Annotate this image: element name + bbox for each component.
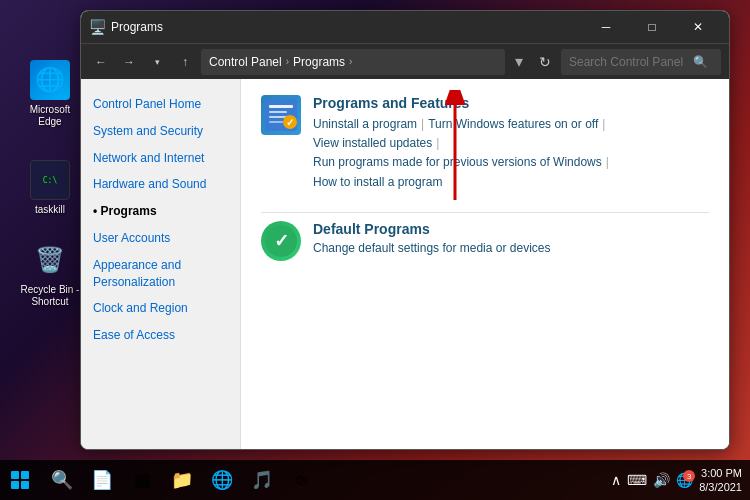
clock-time: 3:00 PM <box>699 466 742 480</box>
file-taskbar-button[interactable]: 📄 <box>84 462 120 498</box>
taskbar: 🔍 📄 ▦ 📁 🌐 🎵 🛍 ∧ ⌨ 🔊 🌐 3 3:00 PM 8/3/2021 <box>0 460 750 500</box>
search-icon: 🔍 <box>693 55 708 69</box>
default-icon-img: ✓ <box>261 221 301 261</box>
programs-features-icon: ✓ <box>261 95 301 135</box>
tray-expand-icon[interactable]: ∧ <box>609 470 623 490</box>
close-button[interactable]: ✕ <box>675 11 721 43</box>
folder-taskbar-button[interactable]: 📁 <box>164 462 200 498</box>
programs-features-body: Programs and Features Uninstall a progra… <box>313 95 709 192</box>
svg-rect-1 <box>269 105 293 108</box>
run-previous-link[interactable]: Run programs made for previous versions … <box>313 153 602 172</box>
search-taskbar-button[interactable]: 🔍 <box>44 462 80 498</box>
svg-text:✓: ✓ <box>274 231 289 251</box>
sidebar-item-programs[interactable]: Programs <box>81 198 240 225</box>
tray-badge: 3 <box>683 470 695 482</box>
start-button[interactable] <box>0 460 40 500</box>
programs-features-title[interactable]: Programs and Features <box>313 95 709 111</box>
programs-features-links: Uninstall a program | Turn Windows featu… <box>313 115 709 192</box>
forward-button[interactable]: → <box>117 50 141 74</box>
default-programs-icon: ✓ <box>261 221 301 261</box>
refresh-button[interactable]: ↻ <box>533 50 557 74</box>
tray-network-icon[interactable]: 🌐 3 <box>674 470 695 490</box>
desktop-icon-edge[interactable]: 🌐 MicrosoftEdge <box>18 60 82 128</box>
window-icon: 🖥️ <box>89 19 105 35</box>
recent-button[interactable]: ▾ <box>145 50 169 74</box>
clock-date: 8/3/2021 <box>699 480 742 494</box>
default-programs-section: ✓ Default Programs Change default settin… <box>261 221 709 261</box>
maximize-button[interactable]: □ <box>629 11 675 43</box>
sidebar-item-hardware[interactable]: Hardware and Sound <box>81 171 240 198</box>
sidebar-item-system-security[interactable]: System and Security <box>81 118 240 145</box>
programs-icon-img: ✓ <box>261 95 301 135</box>
recycle-label: Recycle Bin -Shortcut <box>21 284 80 308</box>
content-area: Control Panel Home System and Security N… <box>81 79 729 449</box>
recycle-icon: 🗑️ <box>30 240 70 280</box>
path-programs[interactable]: Programs <box>293 55 345 69</box>
section-divider <box>261 212 709 213</box>
windows-features-link[interactable]: Turn Windows features on or off <box>428 115 598 134</box>
minimize-button[interactable]: ─ <box>583 11 629 43</box>
default-icon-svg: ✓ <box>263 223 299 259</box>
path-control-panel[interactable]: Control Panel <box>209 55 282 69</box>
sidebar: Control Panel Home System and Security N… <box>81 79 241 449</box>
taskkill-label: taskkill <box>35 204 65 216</box>
address-path[interactable]: Control Panel › Programs › <box>201 49 505 75</box>
sidebar-item-user-accounts[interactable]: User Accounts <box>81 225 240 252</box>
sidebar-item-network[interactable]: Network and Internet <box>81 145 240 172</box>
prog-icon-svg: ✓ <box>263 97 299 133</box>
sidebar-item-appearance[interactable]: Appearance and Personalization <box>81 252 240 296</box>
sidebar-item-control-panel-home[interactable]: Control Panel Home <box>81 91 240 118</box>
uninstall-link[interactable]: Uninstall a program <box>313 115 417 134</box>
svg-text:✓: ✓ <box>286 117 294 128</box>
title-bar: 🖥️ Programs ─ □ ✕ <box>81 11 729 43</box>
taskkill-icon: C:\ <box>30 160 70 200</box>
edge-icon: 🌐 <box>30 60 70 100</box>
address-dropdown[interactable]: ▾ <box>509 49 529 75</box>
sidebar-item-clock[interactable]: Clock and Region <box>81 295 240 322</box>
grid-taskbar-button[interactable]: ▦ <box>124 462 160 498</box>
taskbar-right: ∧ ⌨ 🔊 🌐 3 3:00 PM 8/3/2021 <box>609 466 750 495</box>
taskbar-clock[interactable]: 3:00 PM 8/3/2021 <box>699 466 742 495</box>
sidebar-item-ease[interactable]: Ease of Access <box>81 322 240 349</box>
up-button[interactable]: ↑ <box>173 50 197 74</box>
tray-keyboard-icon[interactable]: ⌨ <box>625 470 649 490</box>
desktop-icon-taskkill[interactable]: C:\ taskkill <box>18 160 82 216</box>
taskbar-icons: 🔍 📄 ▦ 📁 🌐 🎵 🛍 <box>40 462 324 498</box>
tray-volume-icon[interactable]: 🔊 <box>651 470 672 490</box>
default-programs-title[interactable]: Default Programs <box>313 221 709 237</box>
default-programs-desc[interactable]: Change default settings for media or dev… <box>313 241 709 255</box>
default-programs-body: Default Programs Change default settings… <box>313 221 709 255</box>
view-updates-link[interactable]: View installed updates <box>313 134 432 153</box>
svg-rect-2 <box>269 111 287 113</box>
browser-taskbar-button[interactable]: 🌐 <box>204 462 240 498</box>
search-input[interactable] <box>569 55 689 69</box>
programs-window: 🖥️ Programs ─ □ ✕ ← → ▾ ↑ Control Panel … <box>80 10 730 450</box>
back-button[interactable]: ← <box>89 50 113 74</box>
desktop-icon-recycle[interactable]: 🗑️ Recycle Bin -Shortcut <box>18 240 82 308</box>
media-taskbar-button[interactable]: 🎵 <box>244 462 280 498</box>
main-content: ✓ Programs and Features Uninstall a prog… <box>241 79 729 449</box>
windows-logo-icon <box>11 471 29 489</box>
desktop: 🌐 MicrosoftEdge C:\ taskkill 🗑️ Recycle … <box>0 0 750 500</box>
store-taskbar-button[interactable]: 🛍 <box>284 462 320 498</box>
address-bar: ← → ▾ ↑ Control Panel › Programs › ▾ ↻ 🔍 <box>81 43 729 79</box>
programs-features-section: ✓ Programs and Features Uninstall a prog… <box>261 95 709 192</box>
search-box[interactable]: 🔍 <box>561 49 721 75</box>
window-title: Programs <box>111 20 583 34</box>
svg-rect-4 <box>269 121 283 123</box>
how-to-install-link[interactable]: How to install a program <box>313 173 442 192</box>
title-controls: ─ □ ✕ <box>583 11 721 43</box>
edge-label: MicrosoftEdge <box>30 104 71 128</box>
system-tray: ∧ ⌨ 🔊 🌐 3 <box>609 470 695 490</box>
